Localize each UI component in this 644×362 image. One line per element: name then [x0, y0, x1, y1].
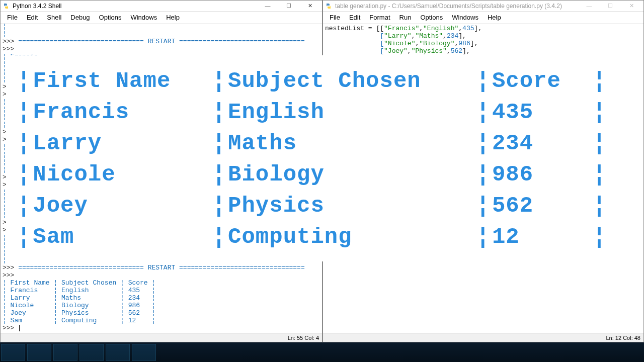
table-row: ¦Joey¦Physics¦562¦ — [15, 190, 608, 221]
menu-windows[interactable]: Windows — [447, 12, 483, 23]
close-button[interactable]: ✕ — [300, 1, 320, 11]
maximize-button[interactable]: ☐ — [600, 1, 620, 11]
table-row: ¦Sam¦Computing¦12¦ — [15, 221, 608, 252]
python-icon — [3, 3, 10, 10]
editor-titlebar[interactable]: table generation.py - C:/Users/Samuel/Do… — [323, 1, 643, 12]
menu-windows[interactable]: Windows — [126, 12, 162, 23]
menu-file[interactable]: File — [3, 12, 22, 23]
menu-debug[interactable]: Debug — [66, 12, 94, 23]
shell-statusbar: Ln: 55 Col: 4 — [1, 333, 322, 342]
menu-file[interactable]: File — [325, 12, 345, 23]
editor-status-text: Ln: 12 Col: 48 — [606, 335, 641, 341]
shell-titlebar[interactable]: Python 3.4.2 Shell — ☐ ✕ — [1, 1, 322, 12]
table-row: ¦Larry¦Maths¦234¦ — [15, 128, 608, 159]
menu-options[interactable]: Options — [95, 12, 126, 23]
taskbar-slot[interactable] — [53, 344, 77, 361]
table-row: ¦First Name¦Subject Chosen¦Score¦ — [15, 65, 608, 97]
taskbar-slot[interactable] — [79, 344, 104, 361]
minimize-button[interactable]: — — [258, 1, 278, 11]
taskbar-slot[interactable] — [1, 344, 25, 361]
menu-format[interactable]: Format — [365, 12, 394, 23]
menu-run[interactable]: Run — [395, 12, 416, 23]
taskbar-slot[interactable] — [132, 344, 156, 361]
editor-menubar: FileEditFormatRunOptionsWindowsHelp — [323, 12, 643, 24]
menu-help[interactable]: Help — [483, 12, 506, 23]
close-button[interactable]: ✕ — [621, 1, 641, 11]
editor-title: table generation.py - C:/Users/Samuel/Do… — [335, 3, 579, 10]
taskbar-slot[interactable] — [106, 344, 130, 361]
table-row: ¦Francis¦English¦435¦ — [15, 97, 608, 128]
menu-edit[interactable]: Edit — [345, 12, 365, 23]
minimize-button[interactable]: — — [579, 1, 599, 11]
maximize-button[interactable]: ☐ — [279, 1, 299, 11]
taskbar[interactable] — [0, 342, 644, 362]
taskbar-slot[interactable] — [27, 344, 51, 361]
menu-options[interactable]: Options — [416, 12, 447, 23]
python-file-icon — [325, 3, 332, 10]
table-row: ¦Nicole¦Biology¦986¦ — [15, 159, 608, 190]
menu-edit[interactable]: Edit — [22, 12, 42, 23]
shell-title: Python 3.4.2 Shell — [13, 3, 258, 10]
menu-shell[interactable]: Shell — [42, 12, 66, 23]
menu-help[interactable]: Help — [162, 12, 184, 23]
shell-status-text: Ln: 55 Col: 4 — [288, 335, 319, 341]
shell-menubar: FileEditShellDebugOptionsWindowsHelp — [1, 12, 322, 24]
editor-statusbar: Ln: 12 Col: 48 — [323, 333, 643, 342]
table-overlay: ¦First Name¦Subject Chosen¦Score¦¦Franci… — [6, 55, 617, 261]
